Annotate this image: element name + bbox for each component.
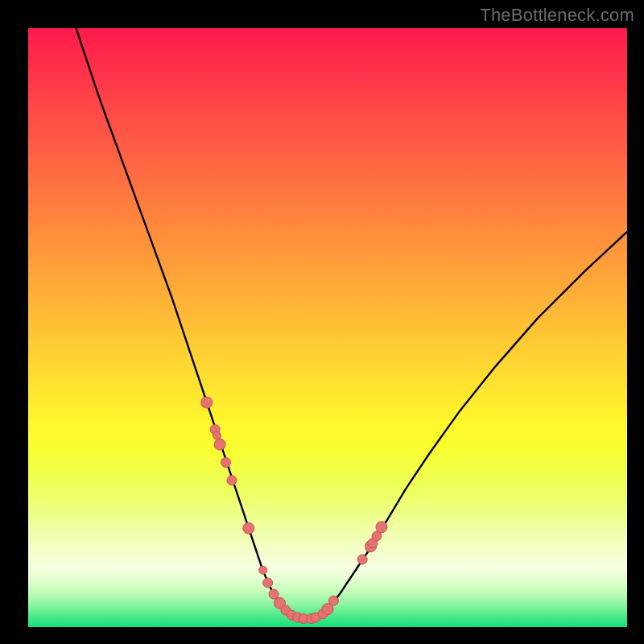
data-point <box>259 566 267 574</box>
data-point <box>201 397 213 408</box>
data-point <box>243 522 254 534</box>
data-point <box>221 457 231 467</box>
bottleneck-curve <box>76 28 627 619</box>
data-point <box>263 578 273 588</box>
data-point <box>269 589 279 599</box>
plot-area <box>28 28 627 627</box>
frame: TheBottleneck.com <box>0 0 644 644</box>
bottleneck-chart <box>28 28 627 627</box>
watermark-text: TheBottleneck.com <box>480 5 634 26</box>
data-point <box>376 522 387 533</box>
data-point <box>227 476 237 485</box>
data-point <box>213 431 221 440</box>
scatter-dots <box>201 397 387 624</box>
data-point <box>328 596 338 605</box>
data-point <box>357 555 367 564</box>
data-point <box>214 439 225 450</box>
